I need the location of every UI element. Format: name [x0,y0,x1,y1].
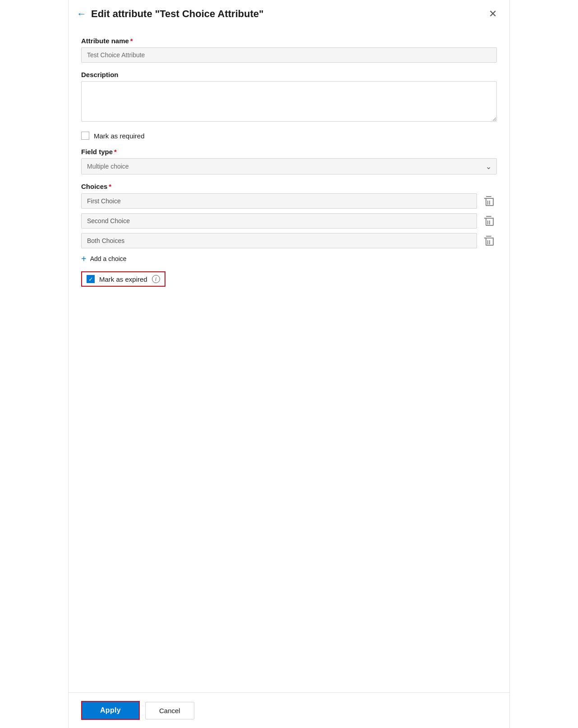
plus-icon: + [81,254,87,263]
panel-header: ← Edit attribute "Test Choice Attribute"… [69,0,509,26]
mark-as-expired-label: Mark as expired [99,275,147,283]
description-textarea[interactable] [81,81,497,122]
list-item [81,193,497,209]
mark-as-required-row[interactable]: Mark as required [81,132,497,140]
description-group: Description [81,71,497,122]
info-icon[interactable]: i [152,275,160,283]
panel-body: Attribute name* Description Mark as requ… [69,26,509,692]
field-type-select-wrapper: Multiple choice Single choice Text Date … [81,158,497,174]
delete-choice-3-button[interactable] [481,233,497,249]
choice-input-1[interactable] [81,193,477,209]
mark-as-required-label: Mark as required [94,132,145,140]
apply-button[interactable]: Apply [82,702,139,719]
list-item [81,233,497,249]
body-spacer [81,295,497,682]
delete-choice-1-button[interactable] [481,193,497,209]
cancel-button[interactable]: Cancel [145,702,194,719]
field-type-label: Field type* [81,148,497,156]
panel-title: Edit attribute "Test Choice Attribute" [91,8,264,20]
panel-footer: Apply Cancel [69,692,509,728]
choices-required-star: * [109,183,111,190]
field-type-required-star: * [114,148,117,156]
field-type-select[interactable]: Multiple choice Single choice Text Date [81,158,497,174]
edit-attribute-panel: ← Edit attribute "Test Choice Attribute"… [68,0,510,728]
description-label: Description [81,71,497,78]
attribute-name-input[interactable] [81,47,497,63]
attribute-name-label: Attribute name* [81,37,497,45]
choice-input-2[interactable] [81,213,477,229]
apply-button-highlight-box: Apply [81,701,140,720]
required-star: * [130,37,133,45]
choices-group: Choices* [81,183,497,263]
close-button[interactable]: ✕ [489,9,497,19]
mark-as-required-checkbox[interactable] [81,132,89,140]
delete-choice-2-button[interactable] [481,213,497,229]
trash-icon [484,236,493,246]
choices-list [81,193,497,249]
mark-as-expired-highlight-box: Mark as expired i [81,271,165,287]
field-type-group: Field type* Multiple choice Single choic… [81,148,497,174]
add-choice-label: Add a choice [90,255,127,262]
choices-label: Choices* [81,183,497,190]
back-button[interactable]: ← [77,9,87,19]
trash-icon [484,216,493,226]
header-left: ← Edit attribute "Test Choice Attribute" [77,8,264,20]
list-item [81,213,497,229]
mark-as-expired-checkbox[interactable] [87,275,95,283]
trash-icon [484,196,493,206]
choice-input-3[interactable] [81,233,477,248]
attribute-name-group: Attribute name* [81,37,497,63]
add-choice-button[interactable]: + Add a choice [81,254,497,263]
